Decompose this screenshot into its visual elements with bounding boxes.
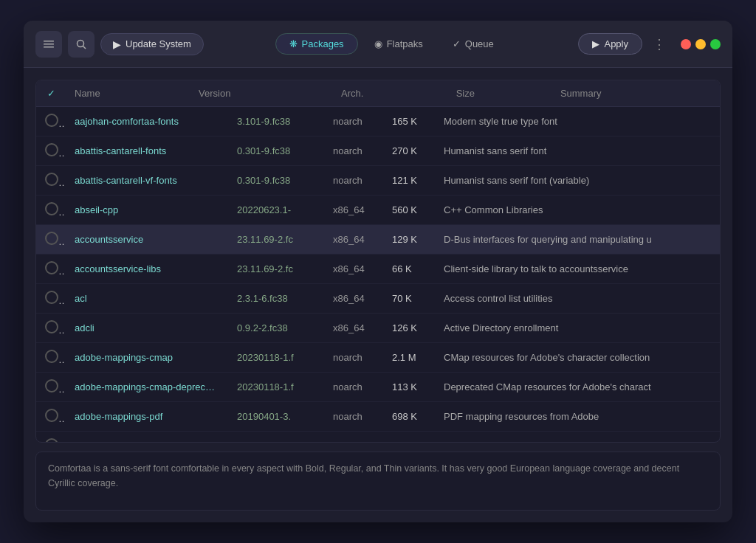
table-row[interactable]: abattis-cantarell-vf-fonts 0.301-9.fc38 … (36, 166, 720, 196)
row-name-0: aajohan-comfortaa-fonts (66, 107, 228, 136)
table-scroll-area[interactable]: aajohan-comfortaa-fonts 3.101-9.fc38 noa… (36, 107, 720, 442)
radio-circle-11 (45, 438, 58, 442)
row-summary-7: Active Directory enrollment (435, 314, 720, 343)
row-size-0: 165 K (383, 107, 435, 136)
svg-rect-0 (44, 41, 54, 42)
row-version-11: 2.030.1.050- (228, 432, 324, 443)
row-select-9[interactable] (36, 373, 66, 402)
update-system-button[interactable]: ▶ Update System (100, 33, 204, 55)
table-header: ✓ Name Version Arch. Size Summary (36, 80, 720, 107)
flatpaks-icon: ◉ (374, 38, 382, 49)
row-arch-8: noarch (324, 343, 383, 373)
table-row[interactable]: adobe-source-code-pro-fonts 2.030.1.050-… (36, 432, 720, 443)
name-column-header: Name (66, 80, 190, 107)
row-size-7: 126 K (383, 314, 435, 343)
table-row[interactable]: accountsservice 23.11.69-2.fc x86_64 129… (36, 225, 720, 255)
tab-packages[interactable]: ❋ Packages (275, 33, 358, 55)
row-name-1: abattis-cantarell-fonts (66, 136, 228, 166)
row-select-11[interactable] (36, 432, 66, 443)
tab-group: ❋ Packages ◉ Flatpaks ✓ Queue (210, 33, 573, 55)
row-size-4: 129 K (383, 225, 435, 255)
table-row[interactable]: acl 2.3.1-6.fc38 x86_64 70 K Access cont… (36, 284, 720, 314)
radio-circle-5 (45, 261, 58, 274)
minimize-button[interactable] (695, 39, 706, 49)
row-version-7: 0.9.2-2.fc38 (228, 314, 324, 343)
row-arch-10: noarch (324, 402, 383, 432)
packages-icon: ❋ (289, 38, 298, 49)
main-window: ▶ Update System ❋ Packages ◉ Flatpaks ✓ … (24, 21, 732, 522)
row-select-7[interactable] (36, 314, 66, 343)
row-size-11: 831 K (383, 432, 435, 443)
update-system-label: Update System (126, 38, 191, 49)
row-select-4[interactable] (36, 225, 66, 255)
radio-circle-8 (45, 350, 58, 363)
row-select-6[interactable] (36, 284, 66, 314)
row-name-7: adcli (66, 314, 228, 343)
radio-circle-9 (45, 379, 58, 392)
row-summary-5: Client-side library to talk to accountss… (435, 255, 720, 284)
content-area: ✓ Name Version Arch. Size Summary (24, 68, 732, 522)
row-arch-2: noarch (324, 166, 383, 196)
titlebar-left: ▶ Update System (35, 31, 204, 58)
table-row[interactable]: abattis-cantarell-fonts 0.301-9.fc38 noa… (36, 136, 720, 166)
radio-circle-0 (45, 114, 58, 127)
svg-rect-1 (44, 44, 54, 45)
table-row[interactable]: accountsservice-libs 23.11.69-2.fc x86_6… (36, 255, 720, 284)
table-row[interactable]: aajohan-comfortaa-fonts 3.101-9.fc38 noa… (36, 107, 720, 136)
row-select-5[interactable] (36, 255, 66, 284)
arch-column-header: Arch. (332, 80, 447, 107)
table-row[interactable]: adobe-mappings-cmap 20230118-1.f noarch … (36, 343, 720, 373)
row-select-8[interactable] (36, 343, 66, 373)
tab-queue[interactable]: ✓ Queue (439, 33, 507, 55)
tab-flatpaks[interactable]: ◉ Flatpaks (361, 33, 436, 55)
row-summary-1: Humanist sans serif font (435, 136, 720, 166)
packages-data-table: aajohan-comfortaa-fonts 3.101-9.fc38 noa… (36, 107, 720, 442)
maximize-button[interactable] (710, 39, 721, 49)
radio-circle-4 (45, 232, 58, 245)
row-summary-9: Deprecated CMap resources for Adobe's ch… (435, 373, 720, 402)
row-version-6: 2.3.1-6.fc38 (228, 284, 324, 314)
row-version-5: 23.11.69-2.fc (228, 255, 324, 284)
more-button[interactable]: ⋮ (650, 36, 669, 52)
row-version-2: 0.301-9.fc38 (228, 166, 324, 196)
row-size-1: 270 K (383, 136, 435, 166)
select-column-header: ✓ (36, 80, 66, 107)
row-version-1: 0.301-9.fc38 (228, 136, 324, 166)
row-select-1[interactable] (36, 136, 66, 166)
table-body: aajohan-comfortaa-fonts 3.101-9.fc38 noa… (36, 107, 720, 442)
table-row[interactable]: adobe-mappings-pdf 20190401-3. noarch 69… (36, 402, 720, 432)
row-name-8: adobe-mappings-cmap (66, 343, 228, 373)
row-select-3[interactable] (36, 196, 66, 225)
row-size-9: 113 K (383, 373, 435, 402)
row-name-5: accountsservice-libs (66, 255, 228, 284)
sidebar-toggle-button[interactable] (35, 31, 62, 58)
row-select-10[interactable] (36, 402, 66, 432)
apply-button[interactable]: ▶ Apply (578, 33, 642, 55)
close-button[interactable] (681, 39, 691, 49)
svg-point-3 (78, 40, 84, 46)
description-text: Comfortaa is a sans-serif font comfortab… (48, 463, 679, 488)
search-button[interactable] (68, 31, 94, 58)
radio-circle-7 (45, 320, 58, 333)
row-select-0[interactable] (36, 107, 66, 136)
row-arch-11: noarch (324, 432, 383, 443)
row-name-2: abattis-cantarell-vf-fonts (66, 166, 228, 196)
row-arch-7: x86_64 (324, 314, 383, 343)
row-version-10: 20190401-3. (228, 402, 324, 432)
traffic-lights (681, 39, 721, 49)
row-size-3: 560 K (383, 196, 435, 225)
packages-table-wrapper: ✓ Name Version Arch. Size Summary (35, 80, 721, 443)
row-name-4: accountsservice (66, 225, 228, 255)
svg-line-4 (83, 46, 86, 49)
queue-icon: ✓ (453, 38, 461, 49)
table-row[interactable]: adobe-mappings-cmap-deprecated 20230118-… (36, 373, 720, 402)
table-row[interactable]: abseil-cpp 20220623.1- x86_64 560 K C++ … (36, 196, 720, 225)
summary-column-header: Summary (551, 80, 720, 107)
packages-table: ✓ Name Version Arch. Size Summary (36, 80, 720, 107)
row-select-2[interactable] (36, 166, 66, 196)
row-summary-8: CMap resources for Adobe's character col… (435, 343, 720, 373)
table-row[interactable]: adcli 0.9.2-2.fc38 x86_64 126 K Active D… (36, 314, 720, 343)
row-version-8: 20230118-1.f (228, 343, 324, 373)
row-version-4: 23.11.69-2.fc (228, 225, 324, 255)
row-name-6: acl (66, 284, 228, 314)
